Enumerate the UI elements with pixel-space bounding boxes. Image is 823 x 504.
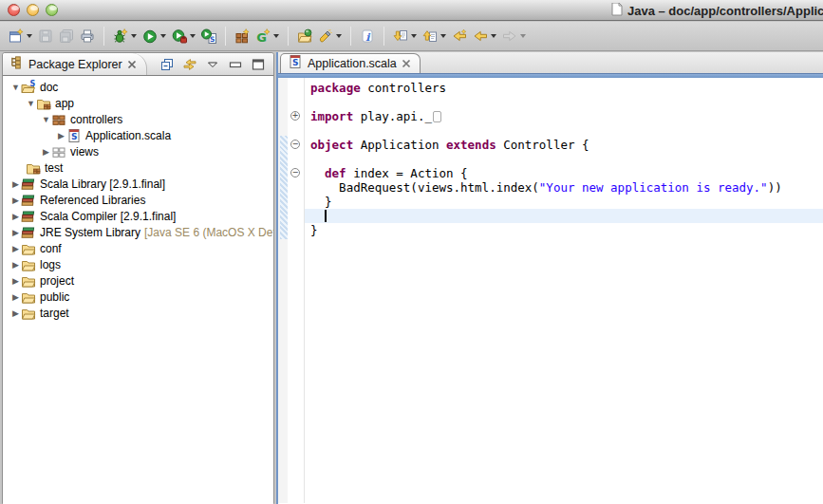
search-button[interactable] bbox=[316, 27, 344, 46]
tree-item-label: Application.scala bbox=[83, 129, 171, 142]
tree-item-label: JRE System Library bbox=[37, 226, 140, 239]
expand-arrow-icon[interactable]: ▶ bbox=[10, 308, 21, 318]
view-menu-icon[interactable] bbox=[205, 57, 220, 72]
tree-item-project[interactable]: ▶project bbox=[3, 272, 273, 289]
tree-item-label: logs bbox=[37, 258, 61, 271]
tree-item-label: Scala Library [2.9.1.final] bbox=[37, 177, 165, 191]
expand-arrow-icon[interactable]: ▶ bbox=[10, 228, 21, 237]
tree-item-scala-compiler-2-9-1-final[interactable]: ▶Scala Compiler [2.9.1.final] bbox=[3, 208, 273, 224]
tree-item-referenced-libraries[interactable]: ▶Referenced Libraries bbox=[3, 192, 273, 208]
folding-ruler[interactable]: +−− bbox=[288, 78, 305, 503]
package-explorer-icon bbox=[9, 55, 24, 73]
editor-tab-application-scala[interactable]: S Application.scala bbox=[280, 53, 421, 73]
dropdown-arrow-icon[interactable] bbox=[190, 34, 196, 38]
package-explorer-tree: ▼Sdoc▼app▼controllers▶SApplication.scala… bbox=[3, 76, 273, 504]
expand-arrow-icon[interactable]: ▶ bbox=[41, 147, 51, 157]
save-icon bbox=[38, 28, 53, 44]
tree-item-test[interactable]: test bbox=[3, 159, 273, 176]
code-line bbox=[305, 123, 823, 138]
expand-arrow-icon[interactable]: ▶ bbox=[10, 244, 21, 253]
forward-icon bbox=[502, 28, 517, 44]
expand-arrow-icon[interactable]: ▶ bbox=[10, 292, 21, 302]
tree-item-jre-system-library[interactable]: ▶JRE System Library[Java SE 6 (MacOS X D… bbox=[3, 224, 273, 240]
dropdown-arrow-icon[interactable] bbox=[411, 34, 417, 38]
package-explorer-view: Package Explorer ▼Sdoc▼app▼controllers▶S… bbox=[2, 52, 274, 504]
library-icon bbox=[21, 193, 37, 208]
last-edit-location-button[interactable] bbox=[450, 27, 469, 46]
collapse-arrow-icon[interactable]: ▼ bbox=[10, 83, 21, 92]
collapse-arrow-icon[interactable]: ▼ bbox=[41, 115, 51, 124]
run-button[interactable] bbox=[140, 27, 168, 46]
folder-icon bbox=[21, 257, 37, 272]
back-icon bbox=[473, 28, 488, 44]
new-scala-wizard-button[interactable]: G bbox=[253, 27, 281, 46]
fold-collapse-icon[interactable]: − bbox=[290, 140, 300, 149]
dropdown-arrow-icon[interactable] bbox=[273, 34, 279, 38]
expand-arrow-icon[interactable]: ▶ bbox=[10, 212, 21, 221]
dropdown-arrow-icon[interactable] bbox=[336, 34, 342, 38]
tree-item-app[interactable]: ▼app bbox=[3, 95, 273, 111]
package-explorer-header: Package Explorer bbox=[3, 53, 273, 76]
next-annotation-button[interactable] bbox=[391, 27, 419, 46]
tree-item-public[interactable]: ▶public bbox=[3, 289, 273, 305]
maximize-icon[interactable] bbox=[251, 57, 266, 72]
dropdown-arrow-icon[interactable] bbox=[520, 34, 526, 38]
collapse-all-icon[interactable] bbox=[159, 57, 175, 72]
fold-collapse-icon[interactable]: − bbox=[290, 168, 300, 177]
collapsed-import-box bbox=[433, 111, 441, 122]
zoom-window-button[interactable] bbox=[46, 4, 58, 16]
expand-arrow-icon[interactable]: ▶ bbox=[10, 276, 21, 286]
expand-arrow-icon[interactable]: ▶ bbox=[56, 131, 66, 140]
package-empty-icon bbox=[51, 144, 67, 159]
tree-item-doc[interactable]: ▼Sdoc bbox=[3, 79, 273, 95]
back-button[interactable] bbox=[471, 27, 498, 46]
minimize-window-button[interactable] bbox=[27, 4, 39, 16]
dropdown-arrow-icon[interactable] bbox=[131, 34, 137, 38]
tree-item-views[interactable]: ▶views bbox=[3, 143, 273, 159]
tree-item-controllers[interactable]: ▼controllers bbox=[3, 111, 273, 127]
expand-arrow-icon[interactable]: ▶ bbox=[10, 260, 21, 270]
package-explorer-tab[interactable]: Package Explorer bbox=[3, 53, 147, 75]
link-with-editor-icon[interactable] bbox=[182, 57, 197, 72]
previous-annotation-button[interactable] bbox=[421, 27, 448, 46]
package-folder-icon bbox=[36, 96, 52, 111]
close-window-button[interactable] bbox=[8, 4, 20, 16]
collapse-arrow-icon[interactable]: ▼ bbox=[26, 99, 36, 108]
tree-item-scala-library-2-9-1-final[interactable]: ▶Scala Library [2.9.1.final] bbox=[3, 176, 273, 192]
tree-item-label: doc bbox=[37, 81, 58, 94]
tree-item-conf[interactable]: ▶conf bbox=[3, 240, 273, 256]
expand-arrow-icon[interactable]: ▶ bbox=[10, 179, 21, 189]
new-wizard-button[interactable] bbox=[7, 27, 34, 46]
code-text-area[interactable]: package controllersimport play.api._obje… bbox=[305, 78, 823, 503]
new-java-package-button[interactable] bbox=[233, 27, 252, 46]
run-scala-application-button[interactable]: S bbox=[199, 27, 218, 46]
dropdown-arrow-icon[interactable] bbox=[160, 34, 166, 38]
close-tab-icon[interactable] bbox=[402, 55, 411, 72]
library-icon bbox=[21, 209, 37, 224]
debug-button[interactable] bbox=[111, 27, 139, 46]
tree-item-logs[interactable]: ▶logs bbox=[3, 256, 273, 272]
code-line bbox=[305, 152, 823, 166]
toggle-mark-occurrences-button[interactable]: i bbox=[358, 27, 377, 46]
expand-arrow-icon[interactable]: ▶ bbox=[10, 196, 21, 205]
fold-expand-icon[interactable]: + bbox=[290, 111, 300, 121]
open-resource-button[interactable] bbox=[295, 27, 314, 46]
code-line: BadRequest(views.html.index("Your new ap… bbox=[305, 180, 823, 195]
minimize-icon[interactable] bbox=[228, 57, 243, 72]
close-view-icon[interactable] bbox=[127, 56, 137, 73]
toolbar-separator bbox=[225, 27, 226, 46]
tree-item-label: app bbox=[52, 97, 74, 110]
print-button[interactable] bbox=[78, 27, 97, 46]
dropdown-arrow-icon[interactable] bbox=[491, 34, 496, 38]
tree-item-label: Scala Compiler [2.9.1.final] bbox=[37, 210, 176, 223]
code-line: } bbox=[305, 195, 823, 209]
tree-item-application-scala[interactable]: ▶SApplication.scala bbox=[3, 127, 273, 143]
annotation-ruler[interactable] bbox=[278, 78, 288, 503]
dropdown-arrow-icon[interactable] bbox=[440, 34, 446, 38]
tree-item-label: controllers bbox=[67, 113, 122, 126]
editor-tab-bar: S Application.scala bbox=[278, 52, 823, 73]
run-external-tools-button[interactable] bbox=[170, 27, 197, 46]
editor-area: S Application.scala +−− package controll… bbox=[276, 52, 823, 504]
tree-item-target[interactable]: ▶target bbox=[3, 305, 273, 321]
dropdown-arrow-icon[interactable] bbox=[27, 34, 32, 38]
